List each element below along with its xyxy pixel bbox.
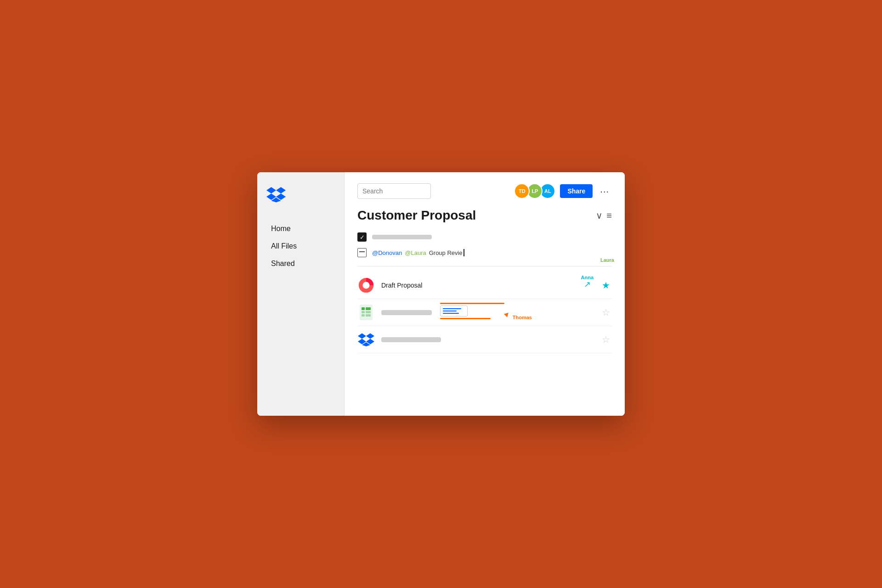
file-name-area-1: Draft Proposal [381, 282, 594, 289]
svg-point-1 [362, 282, 369, 288]
file-name-draft-proposal: Draft Proposal [381, 282, 594, 289]
star-empty-icon-3: ☆ [602, 334, 610, 345]
svg-rect-8 [366, 314, 371, 317]
logo-area [266, 186, 335, 203]
file-icon-sheets [357, 304, 375, 321]
orange-bar-bottom [440, 318, 491, 319]
sheets-icon [359, 304, 373, 321]
anna-collaborator: Anna ↗ [581, 275, 594, 288]
cursor-pointer-icon [504, 313, 509, 318]
file-list: Draft Proposal Anna ↗ ★ [357, 272, 612, 353]
mention-donovan: @Donovan [372, 249, 402, 256]
svg-rect-6 [366, 311, 371, 313]
star-button-1[interactable]: ★ [600, 278, 612, 293]
task-item-checked: ✓ [357, 229, 612, 245]
collapse-icon[interactable]: ∨ [596, 210, 603, 221]
anna-arrow-icon: ↗ [584, 280, 591, 288]
thomas-label: Thomas [513, 315, 532, 320]
document-title: Customer Proposal [357, 208, 476, 223]
topbar-right: TD LP AL Share ··· [514, 183, 612, 199]
dropbox-file-icon [358, 332, 374, 347]
share-button[interactable]: Share [560, 184, 593, 198]
sidebar-item-shared[interactable]: Shared [266, 256, 335, 271]
mention-laura: @Laura [405, 249, 426, 256]
sidebar-item-all-files[interactable]: All Files [266, 238, 335, 254]
file-icon-dropbox [357, 331, 375, 348]
calendar-line [359, 251, 365, 252]
mention-text: Group Revie [429, 249, 463, 256]
task-section: ✓ @Donovan @Laura Group Revie Laura [357, 229, 612, 266]
file-name-area-3 [381, 337, 594, 342]
topbar: TD LP AL Share ··· [357, 183, 612, 199]
main-content: TD LP AL Share ··· Customer [345, 172, 625, 416]
doc-title-row: Customer Proposal ∨ ≡ [357, 208, 612, 223]
svg-rect-7 [362, 314, 365, 317]
sidebar-item-home[interactable]: Home [266, 221, 335, 237]
checkmark-icon: ✓ [360, 234, 365, 241]
file-name-bar-3 [381, 337, 441, 342]
star-empty-icon: ☆ [602, 307, 610, 317]
star-button-3[interactable]: ☆ [600, 332, 612, 347]
menu-icon[interactable]: ≡ [606, 210, 612, 221]
avatar-td: TD [514, 183, 530, 199]
file-item-spreadsheet: Thomas ☆ [357, 299, 612, 326]
checkbox-checked[interactable]: ✓ [357, 232, 367, 242]
star-filled-icon: ★ [602, 280, 610, 290]
avatar-group: TD LP AL [514, 183, 555, 199]
orange-bar-top [440, 303, 504, 304]
sidebar: Home All Files Shared [257, 172, 345, 416]
task-text-placeholder [372, 235, 432, 239]
file-item-dropbox: ☆ [357, 326, 612, 353]
task-item-mention: @Donovan @Laura Group Revie Laura [357, 245, 612, 260]
editing-overlay: Thomas [440, 303, 504, 319]
file-item-draft-proposal: Draft Proposal Anna ↗ ★ [357, 272, 612, 299]
calendar-icon [357, 248, 367, 257]
svg-rect-5 [362, 311, 365, 313]
file-icon-pie [357, 277, 375, 294]
more-options-button[interactable]: ··· [597, 184, 612, 198]
text-cursor [464, 249, 464, 256]
dropbox-logo-icon [266, 186, 286, 203]
app-window: Home All Files Shared TD LP [257, 172, 625, 416]
text-edit-box [440, 305, 468, 317]
file-name-bar-2 [381, 310, 432, 315]
svg-rect-4 [366, 307, 371, 310]
edit-bars [440, 303, 504, 319]
mention-row: @Donovan @Laura Group Revie Laura [372, 249, 612, 256]
edit-line-3 [443, 313, 459, 314]
edit-line-2 [443, 311, 457, 311]
search-input[interactable] [357, 183, 431, 199]
laura-collaborator-label: Laura [600, 257, 614, 263]
edit-line-1 [443, 308, 461, 309]
star-button-2[interactable]: ☆ [600, 305, 612, 320]
blue-textbox [440, 305, 504, 317]
pie-chart-icon [358, 277, 374, 294]
doc-title-controls: ∨ ≡ [596, 210, 612, 221]
svg-rect-3 [362, 307, 365, 310]
